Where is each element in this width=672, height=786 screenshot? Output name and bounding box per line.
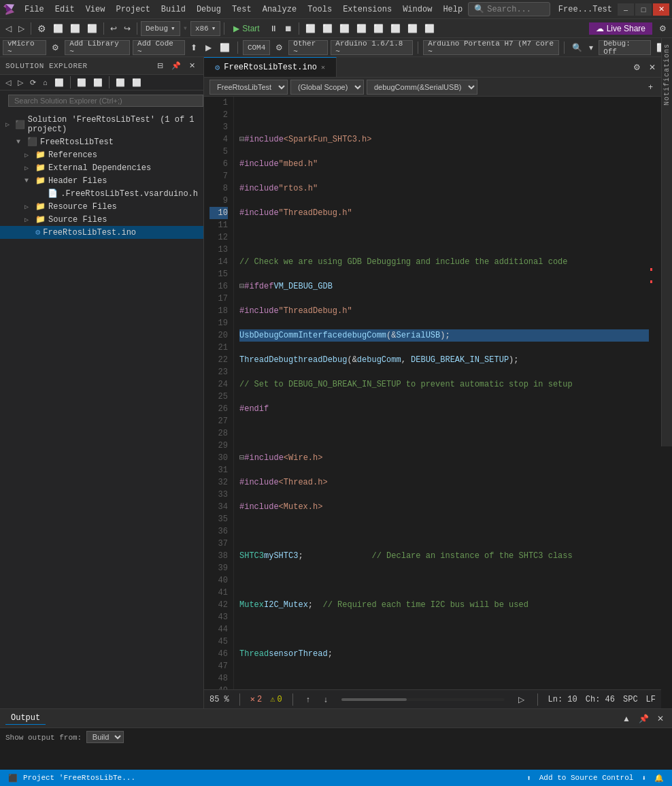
warning-count[interactable]: ⚠ 0 — [270, 694, 282, 704]
menu-help[interactable]: Help — [437, 3, 468, 16]
show-all-btn[interactable]: ⬜ — [52, 77, 67, 88]
upload-button[interactable]: ⬆ — [188, 42, 200, 54]
serial-dropdown-btn[interactable]: ▾ — [586, 42, 596, 54]
toolbar-icon-3[interactable]: ⬜ — [84, 22, 100, 35]
panel-close-btn[interactable]: ✕ — [654, 713, 667, 725]
panel-pin-btn[interactable]: 📌 — [636, 713, 652, 725]
debug-mode-dropdown[interactable]: Debug ▾ — [141, 21, 180, 36]
collapse-all-btn[interactable]: ⬜ — [90, 77, 105, 88]
add-to-source-control[interactable]: Add to Source Control — [539, 774, 634, 782]
function-dropdown[interactable]: debugComm(&SerialUSB) — [367, 80, 477, 95]
com-port-dropdown[interactable]: COM4 — [243, 40, 270, 55]
forward-button[interactable]: ▷ — [16, 22, 27, 35]
tab-close-button[interactable]: ✕ — [321, 63, 325, 71]
stop-button[interactable]: ⏹ — [282, 22, 295, 35]
notifications-label[interactable]: Notifications — [663, 44, 671, 105]
toolbar-icon-7[interactable]: ⬜ — [354, 22, 369, 35]
maximize-button[interactable]: □ — [635, 3, 652, 16]
toolbar-icon-11[interactable]: ⬜ — [422, 22, 437, 35]
code-editor[interactable]: 12345 6789 10 1112131415 1617181920 2122… — [204, 97, 661, 689]
panel-up-btn[interactable]: ▲ — [620, 713, 633, 725]
close-button[interactable]: ✕ — [653, 3, 669, 16]
menu-window[interactable]: Window — [397, 3, 437, 16]
tree-main-ino[interactable]: ▷ ⚙ FreeRtosLibTest.ino — [0, 226, 203, 239]
sidebar-pin-btn[interactable]: 📌 — [169, 60, 184, 71]
bell-icon[interactable]: 🔔 — [654, 774, 664, 783]
scroll-down-btn[interactable]: ↓ — [321, 693, 331, 706]
menu-test[interactable]: Test — [226, 3, 257, 16]
build-all-button[interactable]: ⚙ — [35, 22, 49, 35]
extensions-button[interactable]: ⚙ — [656, 22, 669, 35]
title-search-box[interactable]: 🔍 Search... — [468, 2, 550, 16]
tree-resource-files[interactable]: ▷ 📁 Resource Files — [0, 200, 203, 213]
other-dropdown[interactable]: Other ~ — [288, 40, 328, 55]
toolbar-icon-8[interactable]: ⬜ — [371, 22, 386, 35]
toolbar-icon-4[interactable]: ⬜ — [303, 22, 318, 35]
toolbar-icon-10[interactable]: ⬜ — [405, 22, 420, 35]
vmicro-settings[interactable]: ⚙ — [49, 42, 62, 54]
menu-edit[interactable]: Edit — [50, 3, 80, 16]
menu-analyze[interactable]: Analyze — [257, 3, 302, 16]
output-source-dropdown[interactable]: Build — [86, 731, 124, 743]
redo-button[interactable]: ↪ — [121, 22, 133, 35]
platform-dropdown[interactable]: x86 ▾ — [190, 21, 220, 36]
error-count[interactable]: ✕ 2 — [250, 694, 262, 704]
minimize-button[interactable]: – — [618, 3, 634, 16]
board-target-dropdown[interactable]: Arduino Portenta H7 (M7 core ~ — [423, 40, 559, 55]
tree-references[interactable]: ▷ 📁 References — [0, 148, 203, 161]
serial-monitor-btn[interactable]: 🔍 — [569, 42, 585, 54]
undo-button[interactable]: ↩ — [107, 22, 120, 35]
tree-header-files[interactable]: ▼ 📁 Header Files — [0, 174, 203, 187]
forward-nav-btn[interactable]: ▷ — [15, 77, 26, 88]
scroll-right-btn[interactable]: ▷ — [516, 693, 527, 706]
filter-btn[interactable]: ⬜ — [74, 77, 89, 88]
scope-dropdown[interactable]: (Global Scope) — [290, 80, 364, 95]
open-file-btn[interactable]: ⬜ — [129, 77, 144, 88]
pause-button[interactable]: ⏸ — [267, 22, 280, 35]
tree-ext-deps[interactable]: ▷ 📁 External Dependencies — [0, 161, 203, 174]
toolbar-icon-2[interactable]: ⬜ — [67, 22, 83, 35]
tab-main-ino[interactable]: ⚙ FreeRtosLibTest.ino ✕ — [204, 57, 337, 77]
add-context-btn[interactable]: + — [645, 81, 656, 93]
back-button[interactable]: ◁ — [3, 22, 14, 35]
scroll-up-btn[interactable]: ↑ — [303, 693, 313, 706]
file-context-dropdown[interactable]: FreeRtosLibTest — [209, 80, 288, 95]
properties-btn[interactable]: ⬜ — [113, 77, 128, 88]
add-code-dropdown[interactable]: Add Code ~ — [133, 40, 185, 55]
project-root[interactable]: ▼ ⬛ FreeRtosLibTest — [0, 135, 203, 148]
liveshare-button[interactable]: ☁ Live Share — [589, 22, 652, 35]
debug-off-dropdown[interactable]: Debug: Off — [599, 40, 651, 55]
menu-tools[interactable]: Tools — [302, 3, 337, 16]
add-library-dropdown[interactable]: Add Library ~ — [65, 40, 130, 55]
sidebar-close-btn[interactable]: ✕ — [186, 60, 198, 71]
home-btn[interactable]: ⌂ — [40, 77, 50, 88]
toolbar-icon-5[interactable]: ⬜ — [320, 22, 335, 35]
start-button[interactable]: ▶ Start — [228, 22, 265, 35]
tree-vsarduino[interactable]: ▷ 📄 .FreeRtosLibTest.vsarduino.h — [0, 187, 203, 200]
tab-settings-btn[interactable]: ⚙ — [631, 61, 643, 73]
menu-debug[interactable]: Debug — [191, 3, 226, 16]
solution-root[interactable]: ▷ ⬛ Solution 'FreeRtosLibTest' (1 of 1 p… — [0, 114, 203, 135]
tree-source-files[interactable]: ▷ 📁 Source Files — [0, 213, 203, 226]
back-nav-btn[interactable]: ◁ — [3, 77, 14, 88]
framework-dropdown[interactable]: Arduino 1.6/1.8 ~ — [331, 40, 413, 55]
menu-file[interactable]: File — [19, 3, 50, 16]
com-settings[interactable]: ⚙ — [273, 42, 286, 54]
tab-close-all-btn[interactable]: ✕ — [646, 61, 658, 73]
fold-icon[interactable]: ⊟ — [239, 133, 244, 146]
sidebar-collapse-btn[interactable]: ⊟ — [154, 60, 166, 71]
solution-search-input[interactable] — [8, 95, 203, 107]
toolbar-icon-6[interactable]: ⬜ — [337, 22, 352, 35]
menu-build[interactable]: Build — [156, 3, 191, 16]
menu-extensions[interactable]: Extensions — [337, 3, 397, 16]
menu-project[interactable]: Project — [110, 3, 155, 16]
menu-view[interactable]: View — [80, 3, 111, 16]
output-tab[interactable]: Output — [5, 712, 46, 725]
toolbar-icon-9[interactable]: ⬜ — [388, 22, 403, 35]
upload-serial-button[interactable]: ▶ — [203, 42, 214, 54]
toolbar-icon-1[interactable]: ⬜ — [50, 22, 66, 35]
extra-btn[interactable]: ⬜ — [217, 42, 233, 54]
code-content[interactable]: ⊟#include <SparkFun_SHTC3.h> #include "m… — [234, 97, 654, 689]
sync-btn[interactable]: ⟳ — [27, 77, 39, 88]
vmicro-dropdown[interactable]: vMicro ~ — [3, 40, 46, 55]
